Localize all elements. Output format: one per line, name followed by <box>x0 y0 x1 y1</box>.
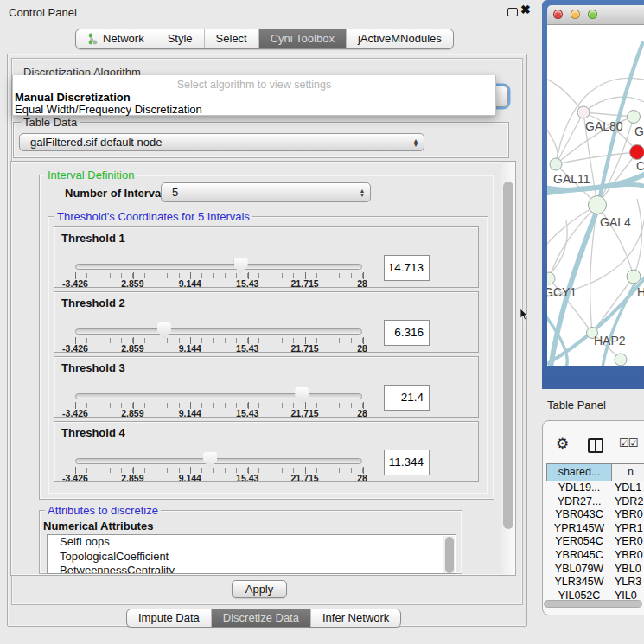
slider-track[interactable] <box>75 264 362 270</box>
node-label: HAP2 <box>594 334 626 348</box>
threshold-coordinates-title: Threshold's Coordinates for 5 Intervals <box>54 211 252 222</box>
zoom-traffic-light-icon[interactable] <box>588 10 597 19</box>
network-node[interactable] <box>628 111 641 124</box>
tab-cyni-toolbox[interactable]: Cyni Toolbox <box>259 29 347 48</box>
slider-tick-labels: -3.4262.8599.14415.4321.71528 <box>75 408 362 418</box>
cell-shared-name[interactable]: YLR345W <box>546 576 612 588</box>
network-icon <box>87 33 99 45</box>
table-data-combobox[interactable]: galFiltered.sif default node ▲▼ <box>19 133 424 151</box>
cell-shared-name[interactable]: YBL079W <box>546 563 612 575</box>
threshold-value-field[interactable]: 21.4 <box>384 385 430 411</box>
algorithm-popup-hint: Select algorithm to view settings <box>13 79 495 91</box>
slider-tick-labels: -3.4262.8599.14415.4321.71528 <box>75 278 362 288</box>
slider-thumb[interactable] <box>203 452 217 469</box>
algorithm-option-equal-width[interactable]: Equal Width/Frequency Discretization <box>15 103 202 116</box>
slider-thumb[interactable] <box>234 258 248 274</box>
numerical-attributes-list[interactable]: SelfLoopsTopologicalCoefficientBetweenne… <box>47 534 456 574</box>
tab-impute-data[interactable]: Impute Data <box>127 609 212 627</box>
cell-name[interactable]: YBL0 <box>615 563 641 575</box>
network-node[interactable] <box>589 196 607 214</box>
table-row[interactable]: YPR145WYPR1 <box>546 522 644 536</box>
vertical-scrollbar-thumb[interactable] <box>503 182 513 529</box>
network-node[interactable] <box>630 145 644 160</box>
cell-name[interactable]: YER0 <box>615 535 643 547</box>
cell-shared-name[interactable]: YDL19... <box>546 481 612 494</box>
minimize-traffic-light-icon[interactable] <box>571 10 580 19</box>
control-panel-titlebar: Control Panel ✖ <box>0 0 534 24</box>
threshold-value-field[interactable]: 14.713 <box>384 255 430 281</box>
column-header-shared-name[interactable]: shared... <box>546 463 612 481</box>
threshold-value-field[interactable]: 6.316 <box>384 320 430 346</box>
close-icon[interactable]: ✖ <box>520 3 531 16</box>
list-scrollbar[interactable] <box>443 536 455 574</box>
horizontal-scrollbar[interactable] <box>544 600 642 609</box>
vertical-scrollbar[interactable] <box>501 162 515 575</box>
cell-name[interactable]: YDR2 <box>615 495 643 507</box>
network-node[interactable] <box>627 270 641 284</box>
slider-thumb[interactable] <box>157 322 171 339</box>
tab-jactivemnodules[interactable]: jActiveMNodules <box>347 29 453 48</box>
threshold-label: Threshold 1 <box>61 232 125 245</box>
network-canvas[interactable]: GAL80GACGAL11GAL4GCY1HHAP2 <box>547 25 644 366</box>
network-node[interactable] <box>550 158 562 170</box>
network-node[interactable] <box>577 106 590 118</box>
tab-select[interactable]: Select <box>205 29 259 48</box>
cell-shared-name[interactable]: YER054C <box>546 535 612 547</box>
control-panel-title: Control Panel <box>9 6 77 19</box>
node-label: GAL80 <box>585 119 623 133</box>
tab-network[interactable]: Network <box>76 29 156 48</box>
list-item[interactable]: TopologicalCoefficient <box>48 550 456 564</box>
table-row[interactable]: YDR27...YDR2 <box>546 495 644 509</box>
cell-shared-name[interactable]: YIL052C <box>546 590 612 600</box>
cell-name[interactable]: YBR0 <box>615 508 643 520</box>
mouse-cursor <box>520 309 529 321</box>
tab-style[interactable]: Style <box>156 29 205 48</box>
table-row[interactable]: YDL19...YDL1 <box>546 481 644 495</box>
tab-infer-network[interactable]: Infer Network <box>311 609 400 627</box>
cell-shared-name[interactable]: YBR045C <box>546 549 612 561</box>
cell-name[interactable]: YLR3 <box>615 576 641 588</box>
threshold-panel-1: Threshold 1-3.4262.8599.14415.4321.71528… <box>54 226 479 288</box>
horizontal-scrollbar-thumb[interactable] <box>544 600 642 608</box>
select-columns-checkbox-icons[interactable]: ☑☑ <box>619 437 637 450</box>
slider-track[interactable] <box>75 393 362 399</box>
cell-shared-name[interactable]: YBR043C <box>546 508 612 520</box>
apply-button[interactable]: Apply <box>232 580 287 598</box>
list-item[interactable]: SelfLoops <box>48 535 456 550</box>
slider-tick-labels: -3.4262.8599.14415.4321.71528 <box>75 343 362 353</box>
node-label: C <box>636 159 644 173</box>
table-row[interactable]: YBR043CYBR0 <box>546 508 644 522</box>
list-scrollbar-thumb[interactable] <box>445 537 454 573</box>
algorithm-dropdown-popup: Select algorithm to view settings Manual… <box>12 75 496 116</box>
table-row[interactable]: YLR345WYLR3 <box>546 576 644 590</box>
cell-name[interactable]: YIL0 <box>615 590 637 600</box>
cell-shared-name[interactable]: YPR145W <box>546 522 612 534</box>
control-panel-tabbar: Network Style Select Cyni Toolbox jActiv… <box>75 29 454 49</box>
network-node[interactable] <box>615 354 627 366</box>
list-item[interactable]: BetweennessCentrality <box>48 564 456 574</box>
gear-icon[interactable]: ⚙ <box>556 435 569 453</box>
cell-shared-name[interactable]: YDR27... <box>546 495 612 507</box>
slider-thumb[interactable] <box>295 387 309 404</box>
slider-tick-labels: -3.4262.8599.14415.4321.71528 <box>75 473 362 482</box>
slider-track[interactable] <box>75 328 362 335</box>
cell-name[interactable]: YDL1 <box>615 481 641 494</box>
tab-discretize-data[interactable]: Discretize Data <box>212 609 311 627</box>
float-window-icon[interactable] <box>507 8 518 16</box>
threshold-panel-2: Threshold 2-3.4262.8599.14415.4321.71528… <box>54 291 479 353</box>
algorithm-option-manual[interactable]: Manual Discretization <box>15 91 131 104</box>
table-row[interactable]: YBR045CYBR0 <box>546 549 644 563</box>
column-header-name[interactable]: n <box>611 463 644 481</box>
table-row[interactable]: YER054CYER0 <box>546 535 644 549</box>
slider-track[interactable] <box>75 458 362 464</box>
table-row[interactable]: YIL052CYIL0 <box>546 590 644 600</box>
columns-icon[interactable] <box>588 438 603 453</box>
cell-name[interactable]: YPR1 <box>615 522 643 534</box>
node-attribute-table[interactable]: shared... n YDL19...YDL1YDR27...YDR2YBR0… <box>546 463 644 600</box>
cell-name[interactable]: YBR0 <box>615 549 643 561</box>
network-node[interactable] <box>547 272 555 284</box>
table-row[interactable]: YBL079WYBL0 <box>546 563 644 577</box>
threshold-value-field[interactable]: 11.344 <box>384 450 430 475</box>
close-traffic-light-icon[interactable] <box>553 10 563 19</box>
number-of-intervals-combobox[interactable]: 5 ▲▼ <box>161 182 371 202</box>
